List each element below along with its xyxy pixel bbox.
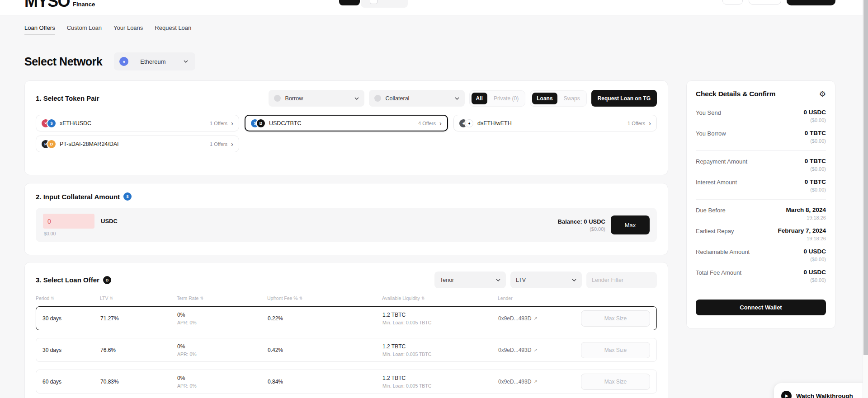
- offer-ltv: 76.6%: [100, 347, 177, 353]
- ltv-filter-label: LTV: [516, 277, 567, 283]
- dai-icon: Ð: [47, 140, 56, 148]
- header-primary-button[interactable]: [787, 0, 835, 5]
- balance-usd: ($0.00): [558, 226, 605, 232]
- borrow-filter-label: Borrow: [285, 95, 350, 102]
- max-button[interactable]: Max: [611, 215, 650, 234]
- column-available-liquidity[interactable]: Available Liquidity⇅: [382, 295, 498, 301]
- lender-address-link[interactable]: 0x9eD...493D ↗: [498, 379, 581, 385]
- collateral-section: 2. Input Collateral Amount $ USDC $0.00 …: [24, 183, 668, 255]
- main-nav: Loan Offers Custom Loan Your Loans Reque…: [24, 24, 191, 34]
- lender-filter-input[interactable]: [586, 272, 657, 288]
- gear-icon[interactable]: ⚙: [819, 90, 826, 98]
- collateral-amount-panel: USDC $0.00 Balance: 0 USDC ($0.00) Max: [36, 208, 657, 242]
- header-search-box[interactable]: [361, 0, 408, 8]
- tenor-filter-select[interactable]: Tenor: [434, 272, 506, 288]
- scrollbar-thumb[interactable]: [863, 0, 868, 355]
- filter-swaps-chip[interactable]: Swaps: [559, 93, 585, 104]
- details-panel: Check Details & Confirm ⚙ You Send 0 USD…: [686, 80, 835, 329]
- offer-table-header: Period⇅ LTV⇅ Term Rate⇅ Upfront Fee %⇅ A…: [36, 295, 657, 301]
- offer-period: 30 days: [42, 347, 100, 353]
- max-size-button[interactable]: Max Size: [581, 374, 650, 390]
- pair-card-usdc-tbtc[interactable]: $ B USDC/TBTC 4 Offers ›: [245, 115, 448, 131]
- external-link-icon: ↗: [533, 379, 537, 384]
- external-link-icon: ↗: [533, 347, 537, 352]
- offer-min-loan: Min. Loan: 0.005 TBTC: [382, 383, 498, 389]
- filter-all-chip[interactable]: All: [472, 93, 487, 104]
- offer-apr: APR: 0%: [177, 320, 268, 325]
- max-size-button[interactable]: Max Size: [581, 310, 650, 327]
- collateral-amount-input[interactable]: [43, 214, 94, 229]
- pair-offers-count: 4 Offers: [418, 121, 436, 126]
- offer-period: 60 days: [42, 379, 100, 385]
- details-title: Check Details & Confirm: [696, 90, 775, 98]
- offer-row[interactable]: 60 days 70.83% 0% APR: 0% 0.84% 1.2 TBTC…: [36, 370, 657, 393]
- tab-your-loans[interactable]: Your Loans: [113, 24, 143, 34]
- pair-offers-count: 1 Offers: [210, 121, 227, 126]
- collateral-filter-select[interactable]: Collateral: [369, 90, 465, 107]
- lender-address-link[interactable]: 0x9eD...493D ↗: [498, 315, 581, 322]
- detail-row-total-fee: Total Fee Amount 0 USDC($0.00): [696, 269, 826, 283]
- header-search-icon: [370, 0, 377, 4]
- header-action-button-2[interactable]: [749, 0, 781, 5]
- collateral-filter-label: Collateral: [386, 95, 450, 102]
- column-ltv[interactable]: LTV⇅: [100, 295, 177, 301]
- logo[interactable]: MYSO Finance: [24, 0, 95, 11]
- network-select[interactable]: ♦ Ethereum: [114, 52, 195, 70]
- detail-row-interest: Interest Amount 0 TBTC($0.00): [696, 178, 826, 192]
- column-upfront-fee[interactable]: Upfront Fee %⇅: [267, 295, 382, 301]
- offer-upfront-fee: 0.22%: [268, 315, 382, 322]
- loan-offer-section: 3. Select Loan Offer B Tenor LTV: [24, 262, 668, 398]
- header-action-button-1[interactable]: [722, 0, 743, 5]
- filter-private-chip[interactable]: Private (0): [489, 93, 523, 104]
- token-pair-section: 1. Select Token Pair Borrow Collateral: [24, 80, 668, 175]
- offer-period: 30 days: [42, 315, 100, 322]
- offer-term-rate: 0%: [177, 375, 268, 381]
- connect-wallet-button[interactable]: Connect Wallet: [696, 300, 826, 315]
- pair-card-dseth-weth[interactable]: ♦ ♦ dsETH/wETH 1 Offers ›: [453, 115, 657, 131]
- balance-label: Balance: 0 USDC: [558, 218, 605, 225]
- max-size-button[interactable]: Max Size: [581, 342, 650, 358]
- offer-min-loan: Min. Loan: 0.005 TBTC: [382, 320, 498, 325]
- header-dark-button[interactable]: [339, 0, 360, 5]
- request-loan-tg-button[interactable]: Request Loan on TG: [591, 90, 657, 107]
- pair-name: dsETH/wETH: [477, 120, 512, 126]
- app-root: MYSO Finance Loan Offers Custom Loan You…: [0, 0, 868, 398]
- offer-apr: APR: 0%: [177, 383, 268, 389]
- tab-request-loan[interactable]: Request Loan: [155, 24, 191, 34]
- chevron-down-icon: [455, 96, 459, 101]
- offer-table-body: 30 days 71.27% 0% APR: 0% 0.22% 1.2 TBTC…: [36, 306, 657, 393]
- detail-row-you-borrow: You Borrow 0 TBTC($0.00): [696, 130, 826, 144]
- usdc-icon: $: [47, 119, 56, 127]
- sort-icon: ⇅: [109, 296, 113, 300]
- offer-ltv: 71.27%: [100, 315, 177, 322]
- detail-row-due-before: Due Before March 8, 202419:18:26: [696, 206, 826, 220]
- chevron-down-icon: [184, 59, 188, 64]
- watch-walkthrough-button[interactable]: ▶ Watch Walkthrough: [774, 383, 868, 398]
- divider: [696, 199, 826, 200]
- offer-row[interactable]: 30 days 76.6% 0% APR: 0% 0.42% 1.2 TBTC …: [36, 338, 657, 362]
- ltv-filter-select[interactable]: LTV: [510, 272, 582, 288]
- offer-row[interactable]: 30 days 71.27% 0% APR: 0% 0.22% 1.2 TBTC…: [36, 306, 657, 330]
- borrow-filter-select[interactable]: Borrow: [269, 90, 364, 107]
- offer-upfront-fee: 0.84%: [268, 379, 382, 385]
- filter-loans-chip[interactable]: Loans: [532, 93, 557, 104]
- column-lender: Lender: [498, 295, 580, 301]
- pair-card-ptsdai-dai[interactable]: P Ð PT-sDAI-28MAR24/DAI 1 Offers ›: [36, 136, 239, 152]
- pair-offers-count: 1 Offers: [627, 121, 645, 126]
- logo-text: MYSO: [24, 0, 70, 11]
- tab-custom-loan[interactable]: Custom Loan: [67, 24, 102, 34]
- tbtc-icon: B: [257, 119, 265, 127]
- tab-loan-offers[interactable]: Loan Offers: [24, 24, 55, 34]
- pair-card-xeth-usdc[interactable]: × $ xETH/USDC 1 Offers ›: [36, 115, 239, 131]
- offer-min-loan: Min. Loan: 0.005 TBTC: [382, 351, 498, 357]
- offer-liquidity: 1.2 TBTC: [382, 343, 498, 350]
- token-pair-filters: Borrow Collateral All Private (0): [269, 90, 657, 107]
- chevron-right-icon: ›: [439, 120, 442, 126]
- column-period[interactable]: Period⇅: [36, 295, 100, 301]
- detail-row-earliest-repay: Earliest Repay February 7, 202419:18:26: [696, 227, 826, 241]
- offer-liquidity: 1.2 TBTC: [382, 312, 498, 318]
- chevron-down-icon: [496, 278, 500, 282]
- lender-address-link[interactable]: 0x9eD...493D ↗: [498, 347, 581, 353]
- column-term-rate[interactable]: Term Rate⇅: [177, 295, 267, 301]
- usdc-icon: $: [123, 192, 132, 201]
